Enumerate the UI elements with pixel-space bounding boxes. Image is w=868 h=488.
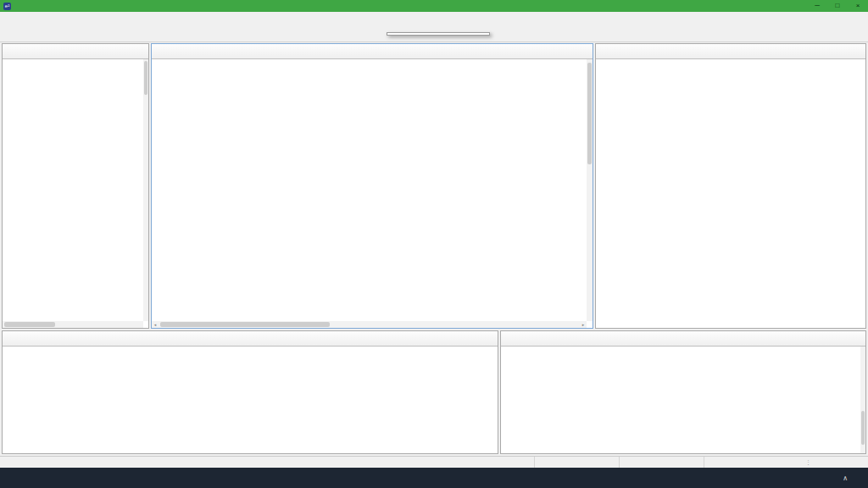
system-tray: ∧ [843,474,868,482]
scroll-left-icon[interactable]: ◂ [152,322,159,327]
console-tab-bar [501,331,865,347]
windows-taskbar: ∧ [0,468,868,488]
status-writable [534,457,619,469]
fsp-visualization-panel [595,43,866,329]
status-bar: ⋮ [0,456,868,469]
console-vscrollbar[interactable] [860,347,865,453]
status-cursor-position[interactable] [704,457,788,469]
console-output[interactable] [501,349,865,351]
project-tree-vscrollbar[interactable] [143,59,148,321]
properties-tab-bar [3,331,498,347]
desktop: e² ─ □ × ◂ ▸ [0,0,868,488]
scroll-right-icon[interactable]: ▸ [580,322,587,327]
close-button[interactable]: × [848,0,868,12]
launch-history-menu [387,32,490,36]
project-tree[interactable] [3,59,143,321]
editor-hscrollbar[interactable]: ◂ ▸ [152,321,587,328]
project-tree-hscrollbar[interactable] [3,321,143,328]
project-explorer-panel [2,43,149,329]
editor-panel: ◂ ▸ [151,43,593,329]
editor-tab-bar [152,44,593,59]
properties-panel [2,330,498,454]
code-editor[interactable] [152,59,587,321]
maximize-button[interactable]: □ [827,0,848,12]
app-icon: e² [3,3,11,10]
editor-vscrollbar[interactable] [587,59,593,321]
fsp-view-message [596,59,865,68]
project-explorer-tab-bar [3,44,148,59]
fsp-tab-bar [596,44,865,59]
status-insert-mode [619,457,704,469]
window-titlebar[interactable]: e² ─ □ × [0,0,868,12]
properties-table [3,347,498,453]
status-progress-icon: ⋮ [805,459,811,466]
console-panel [500,330,866,454]
hidden-icons-chevron[interactable]: ∧ [843,474,848,482]
minimize-button[interactable]: ─ [807,0,827,12]
menu-bar [0,12,868,23]
